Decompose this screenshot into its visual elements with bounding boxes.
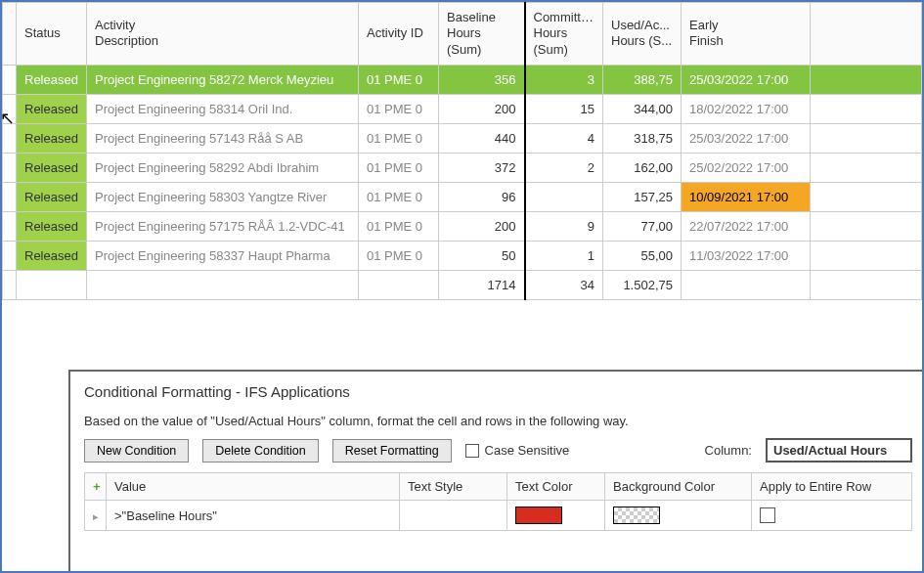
- description-cell: Project Engineering 57175 RÅÂ 1.2-VDC-41: [87, 211, 359, 241]
- cf-condition-row[interactable]: ▸ >"Baseline Hours": [85, 501, 912, 531]
- description-cell: Project Engineering 58314 Oril Ind.: [87, 94, 359, 123]
- description-cell: Project Engineering 58272 Merck Meyzieu: [87, 65, 359, 94]
- used-hours-cell: 157,25: [603, 182, 682, 211]
- activity-id-cell: 01 PME 0: [359, 182, 439, 211]
- grid-header-row: Status Activity Description Activity ID …: [3, 3, 922, 66]
- cf-col-header-value[interactable]: Value: [107, 473, 400, 501]
- table-row[interactable]: ReleasedProject Engineering 58303 Yangtz…: [3, 182, 922, 211]
- activity-id-cell: 01 PME 0: [359, 65, 439, 94]
- case-sensitive-checkbox[interactable]: [465, 444, 479, 458]
- row-tail: [811, 123, 922, 153]
- row-tail: [811, 182, 922, 211]
- used-hours-cell: 344,00: [603, 94, 682, 123]
- used-hours-cell: 55,00: [603, 241, 682, 270]
- status-cell: Released: [17, 123, 87, 153]
- status-cell: Released: [17, 153, 87, 182]
- table-row[interactable]: ReleasedProject Engineering 57143 Råå S …: [3, 123, 922, 153]
- activity-id-cell: 01 PME 0: [359, 94, 439, 123]
- col-header-spacer: [811, 3, 922, 66]
- row-gutter: [3, 94, 17, 123]
- grid-gutter-header: [3, 3, 17, 66]
- cf-add-condition-icon[interactable]: +: [85, 473, 107, 501]
- description-cell: Project Engineering 58303 Yangtze River: [87, 182, 359, 211]
- row-tail: [811, 94, 922, 123]
- row-gutter: [3, 211, 17, 241]
- committed-hours-cell: [525, 182, 603, 211]
- col-header-early-finish[interactable]: Early Finish: [682, 3, 811, 66]
- status-cell: Released: [17, 211, 87, 241]
- status-cell: Released: [17, 182, 87, 211]
- table-row[interactable]: ReleasedProject Engineering 58337 Haupt …: [3, 241, 922, 270]
- row-tail: [811, 153, 922, 182]
- row-handle-icon[interactable]: ▸: [93, 510, 99, 522]
- early-finish-cell: 10/09/2021 17:00: [682, 182, 811, 211]
- delete-condition-button[interactable]: Delete Condition: [202, 439, 318, 463]
- col-header-committed-hours[interactable]: Committed Hours (Sum): [525, 3, 603, 66]
- cf-condition-value[interactable]: >"Baseline Hours": [107, 501, 400, 531]
- early-finish-cell: 25/03/2022 17:00: [682, 123, 811, 153]
- early-finish-cell: 18/02/2022 17:00: [682, 94, 811, 123]
- col-header-used-hours[interactable]: Used/Ac... Hours (S...: [603, 3, 682, 66]
- row-gutter: [3, 241, 17, 270]
- cf-panel-description: Based on the value of "Used/Actual Hours…: [84, 414, 912, 428]
- used-hours-cell: 388,75: [603, 65, 682, 94]
- status-cell: Released: [17, 241, 87, 270]
- col-header-activity-id[interactable]: Activity ID: [359, 3, 439, 66]
- cf-condition-text-style[interactable]: [400, 501, 507, 531]
- activity-id-cell: 01 PME 0: [359, 153, 439, 182]
- used-hours-cell: 162,00: [603, 153, 682, 182]
- cf-apply-row-checkbox[interactable]: [760, 507, 775, 523]
- cf-toolbar: New Condition Delete Condition Reset For…: [84, 438, 912, 463]
- committed-hours-cell: 4: [525, 123, 603, 153]
- description-cell: Project Engineering 58292 Abdi Ibrahim: [87, 153, 359, 182]
- new-condition-button[interactable]: New Condition: [84, 439, 189, 463]
- row-gutter: [3, 123, 17, 153]
- cf-col-header-text-color[interactable]: Text Color: [507, 473, 605, 501]
- col-header-status[interactable]: Status: [17, 3, 87, 66]
- cf-col-header-background-color[interactable]: Background Color: [605, 473, 752, 501]
- row-tail: [811, 211, 922, 241]
- cf-col-header-apply-row[interactable]: Apply to Entire Row: [752, 473, 912, 501]
- grid-footer-row: 1714 34 1.502,75: [3, 270, 922, 299]
- baseline-hours-cell: 372: [439, 153, 525, 182]
- col-header-baseline-hours[interactable]: Baseline Hours (Sum): [439, 3, 525, 66]
- col-header-description[interactable]: Activity Description: [87, 3, 359, 66]
- status-cell: Released: [17, 65, 87, 94]
- baseline-hours-cell: 200: [439, 211, 525, 241]
- activity-id-cell: 01 PME 0: [359, 241, 439, 270]
- conditional-formatting-panel: Conditional Formatting - IFS Application…: [68, 370, 924, 571]
- table-row[interactable]: ReleasedProject Engineering 57175 RÅÂ 1.…: [3, 211, 922, 241]
- committed-hours-cell: 2: [525, 153, 603, 182]
- early-finish-cell: 25/02/2022 17:00: [682, 153, 811, 182]
- early-finish-cell: 22/07/2022 17:00: [682, 211, 811, 241]
- baseline-hours-cell: 200: [439, 94, 525, 123]
- activity-id-cell: 01 PME 0: [359, 211, 439, 241]
- table-row[interactable]: ReleasedProject Engineering 58292 Abdi I…: [3, 153, 922, 182]
- status-cell: Released: [17, 94, 87, 123]
- cf-column-label: Column:: [705, 443, 752, 458]
- cf-background-color-swatch[interactable]: [613, 507, 660, 524]
- baseline-hours-cell: 50: [439, 241, 525, 270]
- baseline-hours-cell: 356: [439, 65, 525, 94]
- row-gutter: [3, 153, 17, 182]
- baseline-hours-cell: 440: [439, 123, 525, 153]
- description-cell: Project Engineering 58337 Haupt Pharma: [87, 241, 359, 270]
- activity-id-cell: 01 PME 0: [359, 123, 439, 153]
- committed-hours-cell: 15: [525, 94, 603, 123]
- early-finish-cell: 25/03/2022 17:00: [682, 65, 811, 94]
- description-cell: Project Engineering 57143 Råå S AB: [87, 123, 359, 153]
- row-tail: [811, 241, 922, 270]
- table-row[interactable]: ReleasedProject Engineering 58272 Merck …: [3, 65, 922, 94]
- activity-grid: Status Activity Description Activity ID …: [2, 2, 922, 300]
- table-row[interactable]: ReleasedProject Engineering 58314 Oril I…: [3, 94, 922, 123]
- cf-column-select[interactable]: Used/Actual Hours: [766, 438, 912, 463]
- committed-hours-cell: 9: [525, 211, 603, 241]
- cf-col-header-text-style[interactable]: Text Style: [400, 473, 507, 501]
- cf-conditions-grid: + Value Text Style Text Color Background…: [84, 472, 912, 531]
- reset-formatting-button[interactable]: Reset Formatting: [332, 439, 452, 463]
- row-tail: [811, 65, 922, 94]
- row-gutter: [3, 182, 17, 211]
- cf-panel-title: Conditional Formatting - IFS Application…: [84, 383, 912, 400]
- cf-text-color-swatch[interactable]: [515, 507, 562, 524]
- committed-hours-cell: 1: [525, 241, 603, 270]
